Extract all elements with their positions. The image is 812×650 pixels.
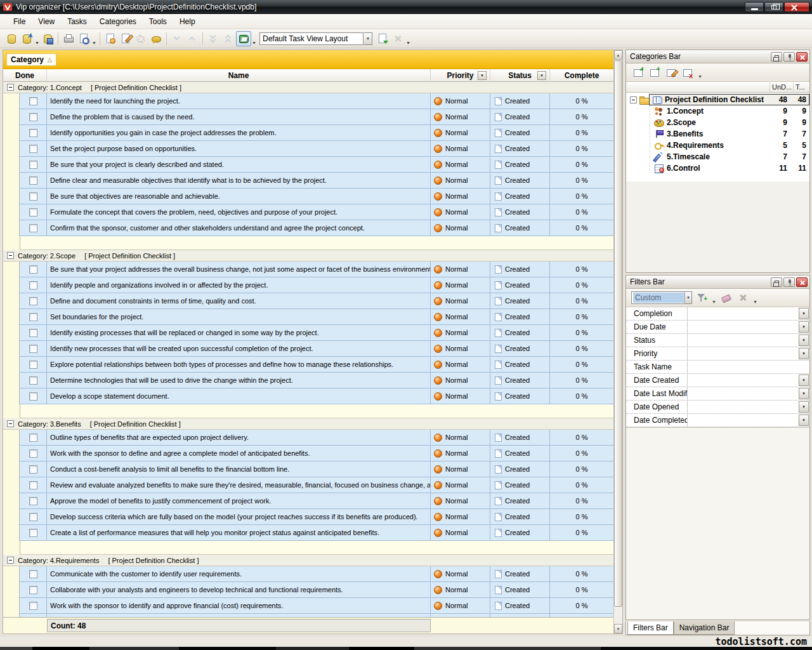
task-complete[interactable]: 0 % bbox=[550, 173, 613, 189]
task-priority[interactable]: Normal bbox=[431, 204, 490, 220]
column-name[interactable]: Name bbox=[47, 69, 431, 82]
task-complete[interactable]: 0 % bbox=[550, 220, 613, 236]
task-status[interactable]: Created bbox=[490, 220, 550, 236]
task-status[interactable]: Created bbox=[490, 493, 550, 509]
task-view-mode-button[interactable] bbox=[236, 31, 251, 46]
task-priority[interactable]: Normal bbox=[431, 566, 490, 582]
scroll-up-button[interactable]: ▲ bbox=[614, 50, 622, 60]
apply-filter-dropdown[interactable]: ▼ bbox=[711, 300, 717, 307]
task-complete[interactable]: 0 % bbox=[550, 446, 613, 461]
task-complete[interactable]: 0 % bbox=[550, 525, 613, 541]
category-group-header[interactable]: Category: 3.Benefits [ Project Definitio… bbox=[3, 418, 613, 430]
done-checkbox[interactable] bbox=[29, 113, 37, 121]
task-name[interactable]: Define and document constraints in terms… bbox=[47, 293, 431, 309]
task-row[interactable]: Conduct a cost-benefit analysis to limit… bbox=[3, 461, 613, 477]
task-status[interactable]: Created bbox=[490, 341, 550, 357]
task-name[interactable]: Develop a scope statement document. bbox=[47, 388, 431, 404]
filter-dropdown-button[interactable]: ▼ bbox=[799, 375, 809, 386]
layout-combo[interactable]: Default Task View Layout bbox=[259, 32, 363, 45]
task-priority[interactable]: Normal bbox=[431, 525, 490, 541]
tree-root-item[interactable]: Project Definition Checklist 4848 bbox=[626, 94, 809, 105]
task-name[interactable]: Define the problem that is caused by the… bbox=[47, 109, 431, 125]
done-checkbox[interactable] bbox=[29, 570, 37, 578]
collapse-icon[interactable] bbox=[7, 557, 14, 564]
task-complete[interactable]: 0 % bbox=[550, 109, 613, 125]
task-row[interactable]: Develop success criteria which are fully… bbox=[3, 509, 613, 525]
task-priority[interactable]: Normal bbox=[431, 598, 490, 614]
filter-dropdown-button[interactable]: ▼ bbox=[799, 401, 809, 413]
task-name[interactable]: Determine technologies that will be used… bbox=[47, 373, 431, 388]
filter-dropdown-button[interactable]: ▼ bbox=[799, 348, 809, 359]
new-subcategory-button[interactable] bbox=[648, 65, 662, 79]
task-name[interactable]: Confirm that the sponsor, customer and o… bbox=[47, 220, 431, 236]
task-complete[interactable]: 0 % bbox=[550, 93, 613, 109]
task-priority[interactable]: Normal bbox=[431, 461, 490, 477]
task-status[interactable]: Created bbox=[490, 566, 550, 582]
done-checkbox[interactable] bbox=[29, 481, 37, 489]
filter-dropdown-button[interactable]: ▼ bbox=[799, 321, 809, 333]
edit-task-button[interactable] bbox=[118, 31, 133, 46]
filters-toolbar-dropdown[interactable]: ▼ bbox=[752, 300, 758, 307]
close-button[interactable] bbox=[784, 2, 809, 12]
task-status[interactable]: Created bbox=[490, 189, 550, 204]
new-task-button[interactable] bbox=[103, 31, 118, 46]
task-name[interactable]: Work with the sponsor to identify and ap… bbox=[47, 598, 431, 614]
task-status[interactable]: Created bbox=[490, 325, 550, 341]
task-status[interactable]: Created bbox=[490, 373, 550, 388]
task-priority[interactable]: Normal bbox=[431, 109, 490, 125]
task-name[interactable]: Develop success criteria which are fully… bbox=[47, 509, 431, 525]
delete-filter-button[interactable] bbox=[736, 291, 750, 305]
task-priority[interactable]: Normal bbox=[431, 373, 490, 388]
task-name[interactable]: Identify new processes that will be crea… bbox=[47, 341, 431, 357]
panel-tab[interactable]: Navigation Bar bbox=[674, 621, 735, 635]
task-complete[interactable]: 0 % bbox=[550, 341, 613, 357]
task-status[interactable]: Created bbox=[490, 141, 550, 157]
task-status[interactable]: Created bbox=[490, 582, 550, 598]
done-checkbox[interactable] bbox=[29, 392, 37, 401]
task-complete[interactable]: 0 % bbox=[550, 141, 613, 157]
done-checkbox[interactable] bbox=[29, 265, 37, 274]
collapse-icon[interactable] bbox=[630, 96, 637, 103]
task-status[interactable]: Created bbox=[490, 309, 550, 325]
task-name[interactable]: Set boundaries for the project. bbox=[47, 309, 431, 325]
categories-close-button[interactable] bbox=[796, 52, 808, 62]
done-checkbox[interactable] bbox=[29, 529, 37, 537]
task-status[interactable]: Created bbox=[490, 262, 550, 277]
task-complete[interactable]: 0 % bbox=[550, 566, 613, 582]
task-name[interactable]: Identify existing processes that will be… bbox=[47, 325, 431, 341]
task-complete[interactable]: 0 % bbox=[550, 598, 613, 614]
done-checkbox[interactable] bbox=[29, 449, 37, 458]
task-row[interactable]: Create a list of performance measures th… bbox=[3, 525, 613, 541]
task-complete[interactable]: 0 % bbox=[550, 189, 613, 204]
category-group-header[interactable]: Category: 1.Concept [ Project Definition… bbox=[3, 82, 613, 93]
done-checkbox[interactable] bbox=[29, 586, 37, 594]
done-checkbox[interactable] bbox=[29, 313, 37, 321]
categories-toolbar-dropdown[interactable]: ▼ bbox=[697, 74, 703, 81]
task-complete[interactable]: 0 % bbox=[550, 373, 613, 388]
task-name[interactable]: Identify the need for launching the proj… bbox=[47, 93, 431, 109]
layout-combo-dropdown[interactable]: ▼ bbox=[364, 32, 372, 45]
task-status[interactable]: Created bbox=[490, 357, 550, 373]
task-status[interactable]: Created bbox=[490, 461, 550, 477]
task-name[interactable]: Be sure that your project addresses the … bbox=[47, 262, 431, 277]
vertical-scrollbar[interactable]: ▲ ▼ bbox=[613, 50, 622, 633]
done-checkbox[interactable] bbox=[29, 176, 37, 185]
task-row[interactable]: Collaborate with your analysts and engin… bbox=[3, 582, 613, 598]
done-checkbox[interactable] bbox=[29, 161, 37, 169]
task-complete[interactable]: 0 % bbox=[550, 582, 613, 598]
column-priority[interactable]: Priority ▼ bbox=[431, 69, 490, 82]
edit-category-button[interactable] bbox=[664, 65, 678, 79]
column-done[interactable]: Done bbox=[3, 69, 47, 82]
column-complete[interactable]: Complete bbox=[550, 69, 613, 82]
done-checkbox[interactable] bbox=[29, 192, 37, 201]
minimize-button[interactable] bbox=[745, 2, 764, 12]
scroll-down-button[interactable]: ▼ bbox=[614, 624, 622, 633]
task-complete[interactable]: 0 % bbox=[550, 357, 613, 373]
task-row[interactable]: Communicate with the customer to identif… bbox=[3, 566, 613, 582]
task-priority[interactable]: Normal bbox=[431, 477, 490, 493]
task-row[interactable]: Identify existing processes that will be… bbox=[3, 325, 613, 341]
tree-category-item[interactable]: 6.Control 1111 bbox=[626, 162, 809, 174]
task-priority[interactable]: Normal bbox=[431, 277, 490, 293]
save-database-button[interactable] bbox=[40, 31, 55, 46]
task-status[interactable]: Created bbox=[490, 204, 550, 220]
